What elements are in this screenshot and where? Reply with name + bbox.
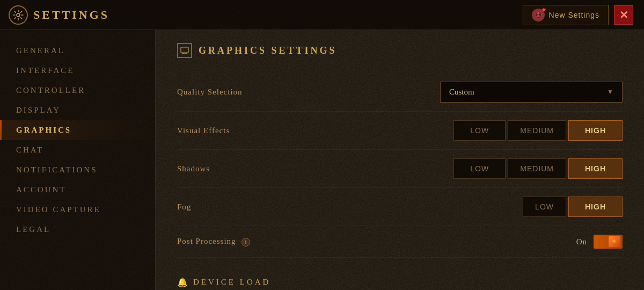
section-title: GRAPHICS SETTINGS [199,45,337,56]
sidebar-item-display[interactable]: DISPLAY [0,100,155,120]
bell-icon: 🔔 [177,277,188,287]
app-container: SETTINGS ★ New Settings ✕ GENERAL I [0,0,644,290]
sidebar-item-notifications[interactable]: NOTIFICATIONS [0,160,155,180]
shadows-medium-btn[interactable]: Medium [508,158,566,179]
shadows-high-btn[interactable]: High [568,158,623,179]
new-settings-button[interactable]: ★ New Settings [523,5,609,25]
fog-row: Fog Low High [177,188,623,226]
content-area: GRAPHICS SETTINGS Quality Selection Cust… [156,30,644,290]
gear-icon [9,5,28,25]
shadows-low-btn[interactable]: Low [453,158,506,179]
shadows-row: Shadows Low Medium High [177,150,623,188]
visual-effects-low-btn[interactable]: Low [453,120,506,141]
post-processing-label: Post Processing i [177,237,250,247]
fog-low-btn[interactable]: Low [523,197,566,217]
new-settings-icon: ★ [532,9,545,21]
post-processing-value: On [576,237,587,247]
sidebar-item-controller[interactable]: CONTROLLER [0,81,155,100]
sidebar-item-account[interactable]: ACCOUNT [0,180,155,200]
header: SETTINGS ★ New Settings ✕ [0,0,644,30]
visual-effects-label: Visual Effects [177,126,230,135]
header-title: SETTINGS [33,8,109,22]
fog-label: Fog [177,202,191,212]
quality-selection-row: Quality Selection Custom ▼ [177,73,623,112]
device-load-section: 🔔 DEVICE LOAD High [177,269,623,290]
sidebar-item-general[interactable]: GENERAL [0,41,155,61]
dropdown-arrow-icon: ▼ [607,88,613,96]
fog-btn-group: Low High [523,197,623,217]
sidebar-item-interface[interactable]: INTERFACE [0,61,155,81]
post-processing-row: Post Processing i On [177,226,623,258]
svg-rect-3 [181,47,188,53]
fog-high-btn[interactable]: High [568,197,623,217]
new-settings-label: New Settings [549,11,599,19]
close-button[interactable]: ✕ [614,5,633,25]
main-content: GENERAL INTERFACE CONTROLLER DISPLAY GRA… [0,30,644,290]
svg-point-2 [537,12,539,15]
shadows-btn-group: Low Medium High [453,158,623,179]
quality-dropdown[interactable]: Custom ▼ [440,82,623,103]
info-icon: i [241,238,250,247]
sidebar-item-graphics[interactable]: GRAPHICS [0,120,155,140]
header-right: ★ New Settings ✕ [523,5,633,25]
sidebar: GENERAL INTERFACE CONTROLLER DISPLAY GRA… [0,30,156,290]
section-icon [177,43,192,58]
sidebar-item-video-capture[interactable]: VIDEO CAPTURE [0,200,155,220]
section-header: GRAPHICS SETTINGS [177,43,623,58]
toggle-container: On [576,235,623,249]
sidebar-item-chat[interactable]: CHAT [0,140,155,160]
header-left: SETTINGS [9,5,109,25]
visual-effects-high-btn[interactable]: High [568,120,623,141]
quality-selection-label: Quality Selection [177,88,243,97]
visual-effects-row: Visual Effects Low Medium High [177,112,623,150]
visual-effects-medium-btn[interactable]: Medium [508,120,566,141]
toggle-gem-icon [612,239,617,244]
toggle-knob [609,236,620,247]
shadows-label: Shadows [177,164,210,173]
visual-effects-btn-group: Low Medium High [453,120,623,141]
quality-dropdown-value: Custom [449,88,474,97]
device-load-header: 🔔 DEVICE LOAD [177,277,623,287]
post-processing-toggle[interactable] [594,235,623,249]
sidebar-item-legal[interactable]: LEGAL [0,220,155,240]
device-load-title: DEVICE LOAD [193,278,270,287]
svg-point-0 [17,13,20,17]
